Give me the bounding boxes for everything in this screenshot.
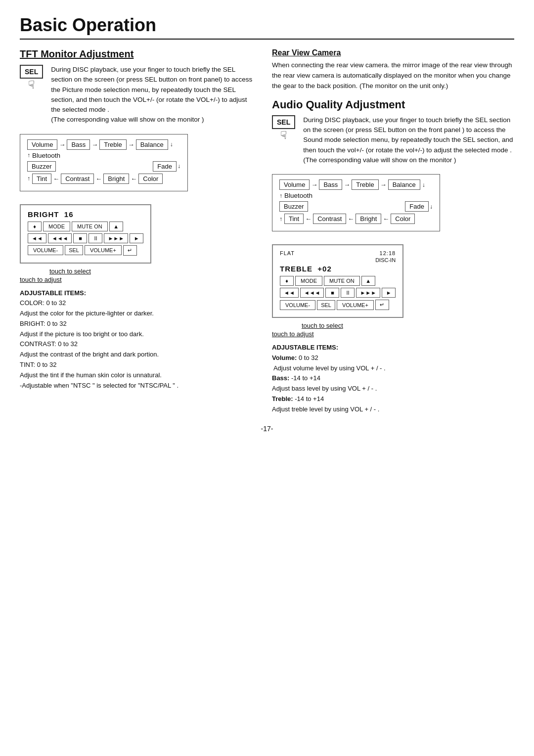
tft-icons: SEL ☟ <box>20 65 46 91</box>
tft-btn-row3: VOLUME- SEL VOLUME+ ↵ <box>28 245 143 256</box>
right-column: Rear View Camera When connecting the rea… <box>272 48 514 415</box>
audio-display-top-row: FLAT 12:18 <box>280 250 396 256</box>
tft-intro-block: SEL ☟ During DISC playback, use your fin… <box>20 65 257 125</box>
btn-mode[interactable]: MODE <box>43 222 70 231</box>
rear-view-title: Rear View Camera <box>272 48 514 57</box>
audio-btn-muteon[interactable]: MUTE ON <box>324 276 360 286</box>
btn-fwd[interactable]: ► <box>130 233 143 243</box>
adj-color-desc: Adjust the color for the picture-lighter… <box>20 309 257 319</box>
audio-btn-mode[interactable]: MODE <box>295 276 322 286</box>
flow-bright: Bright <box>103 174 129 184</box>
audio-intro-text: During DISC playback, use your finger to… <box>303 115 514 165</box>
tft-flow-diagram: Volume → Bass → Treble → Balance ↓ ↑ Blu… <box>20 134 188 191</box>
audio-display-box: FLAT 12:18 DISC-IN TREBLE +02 ♦ MODE MUT… <box>272 244 403 318</box>
flow-row-2: ↑ Bluetooth <box>27 152 180 159</box>
audio-flow-row-4: ↑ Tint ← Contrast ← Bright ← Color <box>279 214 433 224</box>
adj-contrast-desc: Adjust the contrast of the bright and da… <box>20 350 257 360</box>
flow-tint: Tint <box>32 174 51 184</box>
btn-prev[interactable]: ◄◄◄ <box>48 233 72 243</box>
bright-value: 16 <box>64 210 74 219</box>
adj-title-left: ADJUSTABLE ITEMS: <box>20 288 257 299</box>
flow-up-bluetooth: ↑ <box>27 152 30 159</box>
audio-btn-return[interactable]: ↵ <box>375 300 389 310</box>
btn-up[interactable]: ▲ <box>109 222 123 231</box>
main-content: TFT Monitor Adjustment SEL ☟ During DISC… <box>20 48 514 415</box>
audio-flow-down-balance: ↓ <box>422 181 425 188</box>
tft-display-label: BRIGHT 16 <box>28 210 143 219</box>
audio-icons: SEL ☟ <box>272 115 298 142</box>
audio-btn-row2: ◄◄ ◄◄◄ ■ II ►►► ► <box>280 288 396 298</box>
btn-muteon[interactable]: MUTE ON <box>72 222 108 231</box>
audio-btn-next[interactable]: ►►► <box>356 288 380 298</box>
btn-rew[interactable]: ◄◄ <box>28 233 46 243</box>
adj-volume: Volume: 0 to 32 <box>272 353 514 363</box>
btn-next[interactable]: ►►► <box>104 233 128 243</box>
flow-down-fade: ↓ <box>178 163 180 170</box>
tft-touch-select: touch to select <box>49 267 257 275</box>
audio-display-label: TREBLE +02 <box>280 265 396 273</box>
btn-pause[interactable]: II <box>89 233 102 243</box>
audio-btn-volminus[interactable]: VOLUME- <box>280 300 315 310</box>
audio-flow-fade: Fade <box>405 201 429 212</box>
btn-sel[interactable]: SEL <box>65 245 83 255</box>
adj-title-right: ADJUSTABLE ITEMS: <box>272 343 514 353</box>
audio-btn-row3: VOLUME- SEL VOLUME+ ↵ <box>280 300 396 310</box>
tft-display-wrapper: BRIGHT 16 ♦ MODE MUTE ON ▲ ◄◄ ◄◄◄ ■ II ►… <box>20 199 257 266</box>
flow-arrow-back-1: ← <box>53 175 59 182</box>
adj-treble: Treble: -14 to +14 <box>272 394 514 404</box>
btn-return[interactable]: ↵ <box>123 245 137 256</box>
tft-adj-items: ADJUSTABLE ITEMS: COLOR: 0 to 32 Adjust … <box>20 288 257 391</box>
audio-btn-sel[interactable]: SEL <box>317 300 335 310</box>
btn-stop[interactable]: ■ <box>73 233 87 243</box>
audio-sel-icon: SEL <box>272 115 295 129</box>
audio-section-title: Audio Quality Adjustment <box>272 98 514 111</box>
audio-intro-block: SEL ☟ During DISC playback, use your fin… <box>272 115 514 165</box>
audio-bluetooth-label: Bluetooth <box>284 192 312 199</box>
audio-hand-icon: ☟ <box>280 129 287 142</box>
tft-btn-row1: ♦ MODE MUTE ON ▲ <box>28 222 143 231</box>
audio-btn-rew[interactable]: ◄◄ <box>280 288 299 298</box>
flow-row-3: Buzzer Fade ↓ <box>27 161 180 172</box>
flow-down-balance: ↓ <box>170 141 173 148</box>
flow-row-1: Volume → Bass → Treble → Balance ↓ <box>27 139 180 150</box>
page-number: -17- <box>20 425 514 433</box>
rear-view-text: When connecting the rear view camera. th… <box>272 60 514 91</box>
disc-in-label: DISC-IN <box>280 257 396 263</box>
btn-volplus[interactable]: VOLUME+ <box>85 245 122 255</box>
audio-flow-bright: Bright <box>356 214 381 224</box>
audio-btn-row1: ♦ MODE MUTE ON ▲ <box>280 276 396 286</box>
flow-bluetooth-label: Bluetooth <box>32 152 60 159</box>
flow-balance: Balance <box>136 139 168 150</box>
adj-contrast: CONTRAST: 0 to 32 <box>20 339 257 350</box>
adj-tint-desc: Adjust the tint if the human skin color … <box>20 370 257 381</box>
title-divider <box>20 39 514 40</box>
audio-flow-row-2: ↑ Bluetooth <box>279 192 433 199</box>
audio-btn-stop[interactable]: ■ <box>325 288 339 298</box>
flat-label: FLAT <box>280 250 295 256</box>
adj-bass-desc: Adjust bass level by using VOL + / - . <box>272 384 514 394</box>
adj-ntsc: -Adjustable when "NTSC " is selected for… <box>20 381 257 391</box>
audio-btn-up[interactable]: ▲ <box>361 276 375 286</box>
audio-btn-fwd[interactable]: ► <box>382 288 396 298</box>
audio-touch-adjust: touch to adjust <box>272 330 514 338</box>
bright-label: BRIGHT <box>28 210 59 219</box>
left-column: TFT Monitor Adjustment SEL ☟ During DISC… <box>20 48 257 415</box>
adj-bass: Bass: -14 to +14 <box>272 373 514 384</box>
page-title: Basic Operation <box>20 15 514 36</box>
audio-btn-pause[interactable]: II <box>341 288 355 298</box>
audio-btn-diamond[interactable]: ♦ <box>280 276 294 286</box>
btn-diamond[interactable]: ♦ <box>28 222 42 231</box>
flow-buzzer: Buzzer <box>27 161 56 172</box>
audio-flow-buzzer: Buzzer <box>279 201 308 212</box>
btn-volminus[interactable]: VOLUME- <box>28 245 63 255</box>
audio-flow-balance: Balance <box>388 179 420 190</box>
audio-flow-tint: Tint <box>284 214 304 224</box>
audio-btn-prev[interactable]: ◄◄◄ <box>300 288 324 298</box>
audio-flow-volume: Volume <box>279 179 310 190</box>
tft-btn-row2: ◄◄ ◄◄◄ ■ II ►►► ► <box>28 233 143 243</box>
audio-flow-color: Color <box>391 214 415 224</box>
audio-btn-volplus[interactable]: VOLUME+ <box>337 300 374 310</box>
flow-arrow-back-2: ← <box>95 175 102 182</box>
flow-arrow-3: → <box>128 141 134 148</box>
flow-arrow-back-3: ← <box>131 175 137 182</box>
